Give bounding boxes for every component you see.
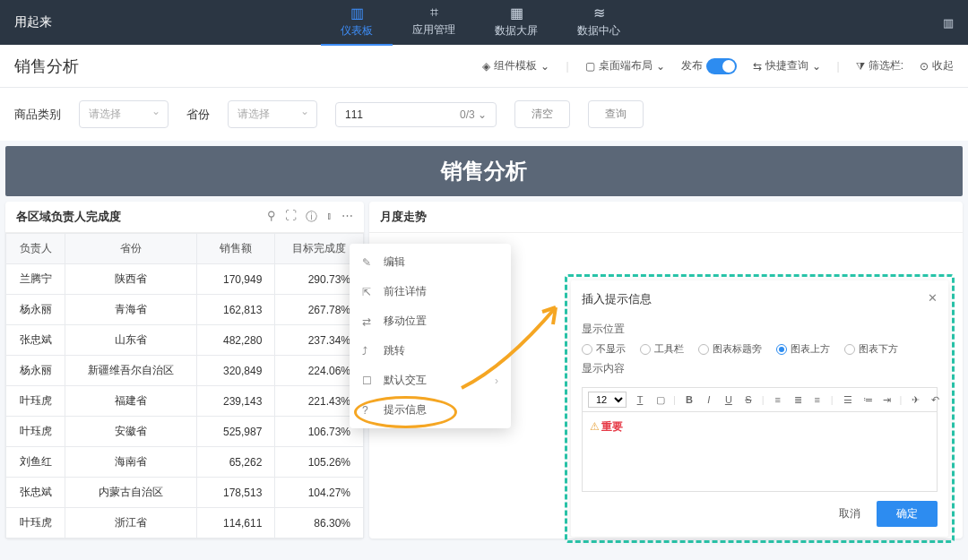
info-icon[interactable]: ⓘ (306, 209, 317, 225)
undo-icon[interactable]: ↶ (929, 392, 941, 408)
editor-body[interactable]: ⚠重要 (582, 411, 938, 492)
table-row[interactable]: 杨永丽新疆维吾尔自治区320,849224.06% (6, 356, 364, 386)
cell-sales: 482,280 (197, 325, 275, 356)
modal-highlight-frame: 插入提示信息 ✕ 显示位置 不显示工具栏图表标题旁图表上方图表下方 显示内容 1… (565, 274, 955, 543)
ctx-label: 提示信息 (384, 402, 427, 418)
publish-toggle[interactable]: 发布 (681, 58, 737, 74)
divider: | (566, 60, 568, 73)
component-template-dropdown[interactable]: ◈ 组件模板 ⌄ (482, 58, 549, 73)
quick-query-dropdown[interactable]: ⇆ 快捷查询 ⌄ (753, 58, 821, 73)
completion-table: 负责人省份销售额目标完成度 兰腾宁陕西省170,949290.73%杨永丽青海省… (5, 233, 364, 538)
input-value: 111 (345, 108, 363, 121)
link-icon[interactable]: ⚲ (267, 209, 276, 225)
align-right-icon[interactable]: ≡ (811, 392, 824, 407)
indent-icon[interactable]: ⇥ (880, 392, 893, 408)
nav-items: ▥仪表板⌗应用管理▦数据大屏≋数据中心 (321, 0, 640, 46)
nav-tab-数据中心[interactable]: ≋数据中心 (557, 0, 640, 46)
filter-bar-tool[interactable]: ⧩ 筛选栏: (856, 58, 903, 73)
col-header: 销售额 (197, 234, 275, 264)
ctx-label: 默认交互 (384, 373, 427, 388)
editor-text: 重要 (601, 420, 623, 433)
underline-icon[interactable]: U (722, 392, 735, 407)
cell-sales: 162,813 (197, 295, 275, 325)
send-icon[interactable]: ✈ (909, 392, 921, 408)
confirm-button[interactable]: 确定 (877, 501, 938, 527)
radio-不显示[interactable]: 不显示 (582, 342, 626, 356)
category-select[interactable]: 请选择 (79, 100, 169, 128)
table-row[interactable]: 刘鱼红海南省65,262105.26% (6, 447, 364, 478)
cell-name: 张忠斌 (6, 478, 65, 508)
cell-rate: 105.26% (275, 447, 364, 478)
radio-label: 不显示 (596, 342, 626, 356)
ctx-item-移动位置[interactable]: ⇄移动位置 (350, 306, 511, 336)
toggle-switch[interactable] (706, 58, 737, 74)
cell-name: 刘鱼红 (6, 447, 65, 478)
text-color-icon[interactable]: T (634, 392, 646, 407)
table-row[interactable]: 张忠斌山东省482,280237.34% (6, 325, 364, 356)
table-row[interactable]: 叶珏虎福建省239,143221.43% (6, 386, 364, 417)
cell-prov: 浙江省 (65, 508, 197, 538)
cell-rate: 104.27% (275, 478, 364, 508)
nav-label: 数据中心 (577, 24, 620, 37)
page-title: 销售分析 (14, 56, 79, 77)
table-row[interactable]: 叶珏虎安徽省525,987106.73% (6, 417, 364, 447)
nav-tab-数据大屏[interactable]: ▦数据大屏 (475, 0, 557, 46)
chart-icon[interactable]: ⫾ (326, 209, 333, 225)
align-left-icon[interactable]: ≡ (772, 392, 784, 407)
nav-label: 仪表板 (341, 24, 373, 37)
table-row[interactable]: 杨永丽青海省162,813267.78% (6, 295, 364, 325)
layout-dropdown[interactable]: ▢ 桌面端布局 ⌄ (585, 58, 665, 73)
cell-prov: 安徽省 (65, 417, 197, 447)
table-row[interactable]: 兰腾宁陕西省170,949290.73% (6, 264, 364, 295)
ctx-item-编辑[interactable]: ✎编辑 (350, 247, 511, 277)
italic-icon[interactable]: I (703, 392, 715, 407)
close-icon[interactable]: ✕ (928, 291, 938, 307)
text-input[interactable]: 111 0/3 ⌄ (335, 102, 497, 127)
cancel-button[interactable]: 取消 (823, 501, 877, 527)
radio-图表下方[interactable]: 图表下方 (844, 342, 898, 356)
right-card-title: 月度走势 (380, 209, 427, 225)
ctx-item-跳转[interactable]: ⤴跳转 (350, 336, 511, 366)
bold-icon[interactable]: B (683, 392, 696, 407)
strike-icon[interactable]: S (742, 392, 755, 407)
radio-label: 图表标题旁 (713, 342, 762, 356)
ol-icon[interactable]: ≔ (860, 392, 873, 408)
clear-button[interactable]: 清空 (514, 100, 570, 128)
radio-图表上方[interactable]: 图表上方 (776, 342, 830, 356)
component-template-label: 组件模板 (494, 58, 537, 73)
ctx-item-默认交互[interactable]: ☐默认交互› (350, 366, 511, 395)
divider: | (837, 60, 840, 73)
quick-query-label: 快捷查询 (765, 58, 808, 73)
collapse-button[interactable]: ⊙ 收起 (920, 58, 954, 73)
more-icon[interactable]: ⋯ (341, 209, 353, 225)
query-button[interactable]: 查询 (588, 100, 644, 128)
left-card: 各区域负责人完成度 ⚲ ⛶ ⓘ ⫾ ⋯ 负责人省份销售额目标完成度 兰腾宁陕西省… (5, 202, 364, 538)
nav-right-icon[interactable]: ▥ (943, 16, 954, 30)
radio-dot (776, 344, 787, 355)
cell-prov: 青海省 (65, 295, 197, 325)
radio-dot (698, 344, 709, 355)
nav-tab-应用管理[interactable]: ⌗应用管理 (393, 0, 475, 46)
cell-rate: 86.30% (275, 508, 364, 538)
radio-工具栏[interactable]: 工具栏 (640, 342, 684, 356)
table-row[interactable]: 叶珏虎浙江省114,61186.30% (6, 508, 364, 538)
cell-name: 兰腾宁 (6, 264, 65, 295)
ctx-item-提示信息[interactable]: ?提示信息 (350, 395, 511, 425)
fontsize-select[interactable]: 12 (588, 392, 627, 408)
ul-icon[interactable]: ☰ (841, 392, 853, 408)
cell-name: 杨永丽 (6, 295, 65, 325)
bg-color-icon[interactable]: ▢ (653, 392, 666, 408)
expand-icon[interactable]: ⛶ (285, 209, 297, 225)
editor-toolbar: 12 T ▢ | B I U S | ≡ ≣ ≡ | ☰ ≔ ⇥ | ✈ ↶ (582, 387, 938, 411)
ctx-icon: ⇱ (362, 286, 375, 298)
province-select[interactable]: 请选择 (228, 100, 317, 128)
content-label: 显示内容 (582, 361, 938, 376)
cell-sales: 170,949 (197, 264, 275, 295)
radio-图表标题旁[interactable]: 图表标题旁 (698, 342, 762, 356)
table-row[interactable]: 张忠斌内蒙古自治区178,513104.27% (6, 478, 364, 508)
context-menu: ✎编辑⇱前往详情⇄移动位置⤴跳转☐默认交互›?提示信息 (350, 244, 511, 428)
align-center-icon[interactable]: ≣ (791, 392, 804, 408)
nav-tab-仪表板[interactable]: ▥仪表板 (321, 0, 393, 46)
ctx-item-前往详情[interactable]: ⇱前往详情 (350, 277, 511, 306)
ctx-icon: ✎ (362, 256, 375, 269)
